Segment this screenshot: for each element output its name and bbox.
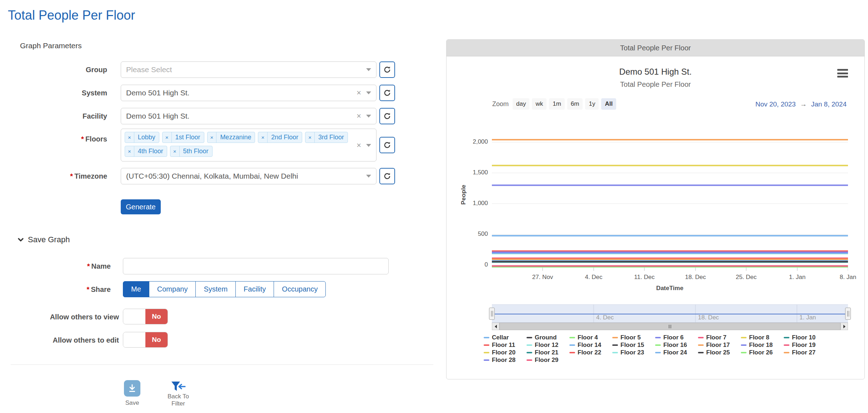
- date-from[interactable]: Nov 20, 2023: [755, 100, 796, 108]
- floor-tag[interactable]: ×1st Floor: [162, 132, 204, 143]
- legend-item-floor-24[interactable]: Floor 24: [655, 349, 698, 356]
- legend-item-floor-29[interactable]: Floor 29: [527, 357, 569, 364]
- allow-edit-toggle[interactable]: No: [123, 332, 168, 348]
- legend-label: Floor 27: [792, 349, 815, 356]
- legend-item-floor-19[interactable]: Floor 19: [784, 342, 827, 349]
- group-refresh-button[interactable]: [379, 61, 395, 78]
- floor-tag[interactable]: ×Lobby: [125, 132, 159, 143]
- toggle-off-half: [123, 332, 145, 347]
- scrollbar-thumb[interactable]: [499, 323, 840, 330]
- allow-view-toggle[interactable]: No: [123, 309, 168, 324]
- x-tick-label: 8. Jan: [832, 274, 864, 281]
- legend-item-floor-12[interactable]: Floor 12: [527, 342, 569, 349]
- tag-remove-icon[interactable]: ×: [125, 146, 134, 156]
- chart-menu-button[interactable]: [837, 69, 848, 78]
- share-option-me[interactable]: Me: [123, 281, 149, 297]
- generate-button[interactable]: Generate: [121, 199, 161, 214]
- scrollbar-left-arrow[interactable]: [492, 323, 499, 330]
- zoom-button-group: daywk1m6m1yAll: [513, 98, 616, 110]
- facility-select[interactable]: Demo 501 High St. ×: [121, 108, 376, 124]
- legend-item-floor-22[interactable]: Floor 22: [569, 349, 612, 356]
- chevron-down-icon[interactable]: [366, 144, 371, 147]
- zoom-button-all[interactable]: All: [601, 98, 616, 110]
- legend-item-floor-18[interactable]: Floor 18: [741, 342, 784, 349]
- clear-icon[interactable]: ×: [356, 88, 361, 98]
- floors-multiselect[interactable]: ×Lobby×1st Floor×Mezzanine×2nd Floor×3rd…: [121, 129, 376, 161]
- legend-item-floor-17[interactable]: Floor 17: [698, 342, 741, 349]
- legend-item-cellar[interactable]: Cellar: [484, 334, 527, 341]
- chevron-down-icon[interactable]: [366, 175, 371, 178]
- system-select[interactable]: Demo 501 High St. ×: [121, 85, 376, 101]
- scrollbar-right-arrow[interactable]: [840, 323, 848, 330]
- legend-item-floor-20[interactable]: Floor 20: [484, 349, 527, 356]
- chevron-down-icon[interactable]: [366, 91, 371, 94]
- share-option-occupancy[interactable]: Occupancy: [274, 281, 326, 297]
- clear-icon[interactable]: ×: [356, 111, 361, 121]
- name-input[interactable]: [123, 258, 389, 274]
- legend-item-floor-26[interactable]: Floor 26: [741, 349, 784, 356]
- share-option-facility[interactable]: Facility: [235, 281, 274, 297]
- legend-item-floor-8[interactable]: Floor 8: [741, 334, 784, 341]
- legend-item-floor-11[interactable]: Floor 11: [484, 342, 527, 349]
- legend-label: Floor 25: [706, 349, 730, 356]
- navigator[interactable]: 4. Dec18. Dec1. Jan: [492, 304, 848, 323]
- share-button-group: MeCompanySystemFacilityOccupancy: [123, 281, 326, 297]
- navigator-right-handle[interactable]: [845, 308, 851, 320]
- share-option-company[interactable]: Company: [149, 281, 196, 297]
- legend-item-floor-10[interactable]: Floor 10: [784, 334, 827, 341]
- zoom-button-1m[interactable]: 1m: [549, 98, 565, 110]
- floor-tag[interactable]: ×3rd Floor: [305, 132, 348, 143]
- chevron-down-icon[interactable]: [366, 115, 371, 118]
- zoom-button-wk[interactable]: wk: [532, 98, 547, 110]
- timezone-refresh-button[interactable]: [379, 168, 395, 184]
- system-refresh-button[interactable]: [379, 85, 395, 101]
- timezone-select[interactable]: (UTC+05:30) Chennai, Kolkata, Mumbai, Ne…: [121, 168, 376, 184]
- floors-refresh-button[interactable]: [379, 137, 395, 153]
- floor-tag[interactable]: ×Mezzanine: [207, 132, 255, 143]
- tag-remove-icon[interactable]: ×: [208, 132, 217, 143]
- floor-tag[interactable]: ×4th Floor: [125, 146, 167, 157]
- zoom-button-day[interactable]: day: [513, 98, 529, 110]
- x-tick-label: 27. Nov: [527, 274, 559, 281]
- tag-remove-icon[interactable]: ×: [305, 132, 315, 143]
- legend-item-floor-14[interactable]: Floor 14: [569, 342, 612, 349]
- group-select[interactable]: Please Select: [121, 61, 376, 78]
- legend-item-floor-16[interactable]: Floor 16: [655, 342, 698, 349]
- save-button[interactable]: [124, 380, 140, 397]
- share-option-system[interactable]: System: [195, 281, 236, 297]
- legend-item-ground[interactable]: Ground: [527, 334, 569, 341]
- tag-remove-icon[interactable]: ×: [125, 132, 134, 143]
- legend-marker: [741, 344, 747, 346]
- tag-remove-icon[interactable]: ×: [170, 146, 180, 156]
- zoom-button-6m[interactable]: 6m: [567, 98, 583, 110]
- arrow-left-icon: [495, 325, 497, 328]
- chart-scrollbar[interactable]: [492, 323, 848, 330]
- tag-remove-icon[interactable]: ×: [163, 132, 172, 143]
- legend-item-floor-15[interactable]: Floor 15: [612, 342, 655, 349]
- chevron-down-icon[interactable]: [366, 68, 371, 71]
- legend-marker: [612, 344, 618, 346]
- clear-icon[interactable]: ×: [356, 141, 361, 150]
- back-to-filter-button[interactable]: [169, 381, 186, 394]
- zoom-button-1y[interactable]: 1y: [585, 98, 599, 110]
- tag-remove-icon[interactable]: ×: [258, 132, 268, 143]
- plot-area[interactable]: [492, 125, 848, 272]
- save-graph-toggle[interactable]: Save Graph: [17, 235, 70, 244]
- floor-tag[interactable]: ×2nd Floor: [258, 132, 302, 143]
- legend-item-floor-7[interactable]: Floor 7: [698, 334, 741, 341]
- legend-item-floor-5[interactable]: Floor 5: [612, 334, 655, 341]
- facility-refresh-button[interactable]: [379, 108, 395, 124]
- legend-item-floor-4[interactable]: Floor 4: [569, 334, 612, 341]
- legend-item-floor-27[interactable]: Floor 27: [784, 349, 827, 356]
- legend-item-floor-28[interactable]: Floor 28: [484, 357, 527, 364]
- floor-tag[interactable]: ×5th Floor: [170, 146, 213, 157]
- date-to[interactable]: Jan 8, 2024: [811, 100, 847, 108]
- legend-item-floor-21[interactable]: Floor 21: [527, 349, 569, 356]
- legend-item-floor-25[interactable]: Floor 25: [698, 349, 741, 356]
- legend-item-floor-6[interactable]: Floor 6: [655, 334, 698, 341]
- navigator-series: [492, 305, 848, 323]
- chart-panel: Total People Per Floor Demo 501 High St.…: [446, 39, 865, 379]
- legend-item-floor-23[interactable]: Floor 23: [612, 349, 655, 356]
- legend-marker: [484, 359, 489, 361]
- navigator-left-handle[interactable]: [489, 308, 495, 320]
